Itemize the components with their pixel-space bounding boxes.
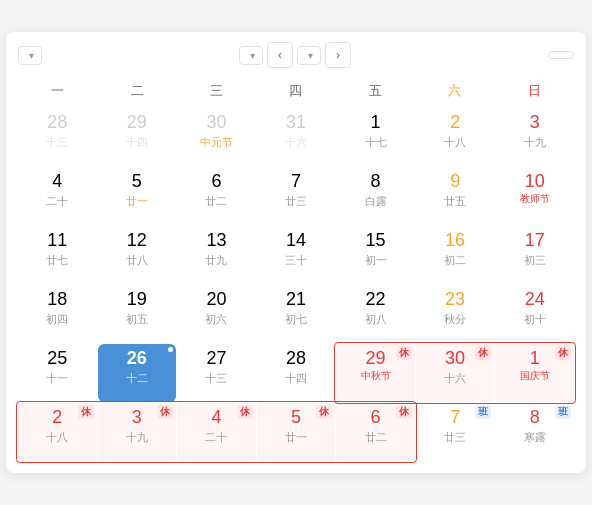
- day-number: 27: [206, 348, 226, 370]
- day-lunar: 二十: [205, 430, 227, 445]
- day-number: 5: [132, 171, 142, 193]
- day-number: 2: [450, 112, 460, 134]
- day-cell[interactable]: 1十七: [336, 108, 415, 166]
- day-cell[interactable]: 25十一: [18, 344, 97, 402]
- day-cell[interactable]: 9廿五: [416, 167, 495, 225]
- day-cell[interactable]: 27十三: [177, 344, 256, 402]
- day-number: 14: [286, 230, 306, 252]
- day-cell[interactable]: 26十二: [98, 344, 177, 402]
- day-cell[interactable]: 7廿三: [257, 167, 336, 225]
- day-number: 22: [366, 289, 386, 311]
- day-cell[interactable]: 休4二十: [177, 403, 256, 461]
- day-cell[interactable]: 31十六: [257, 108, 336, 166]
- day-cell[interactable]: 19初五: [98, 285, 177, 343]
- day-cell[interactable]: 休29中秋节中秋节: [336, 344, 415, 402]
- day-number: 5: [291, 407, 301, 429]
- day-cell[interactable]: 28十四: [257, 344, 336, 402]
- day-number: 28: [47, 112, 67, 134]
- day-number: 25: [47, 348, 67, 370]
- day-cell[interactable]: 20初六: [177, 285, 256, 343]
- day-cell[interactable]: 5廿一: [98, 167, 177, 225]
- day-lunar: 廿二: [365, 430, 387, 445]
- day-cell[interactable]: 22初八: [336, 285, 415, 343]
- next-month-button[interactable]: ›: [325, 42, 351, 68]
- holiday-chevron: ▾: [29, 50, 34, 61]
- day-lunar: 初七: [285, 312, 307, 327]
- day-number: 23: [445, 289, 465, 311]
- day-number: 2: [52, 407, 62, 429]
- day-number: 3: [530, 112, 540, 134]
- day-badge: 休: [78, 405, 94, 419]
- day-cell[interactable]: 2十八: [416, 108, 495, 166]
- day-cell[interactable]: 休30十六: [416, 344, 495, 402]
- day-number: 13: [206, 230, 226, 252]
- day-number: 11: [47, 230, 67, 252]
- day-cell[interactable]: 16初二: [416, 226, 495, 284]
- day-cell[interactable]: 24初十: [495, 285, 574, 343]
- day-cell[interactable]: 班8寒露: [495, 403, 574, 461]
- day-cell[interactable]: 23秋分: [416, 285, 495, 343]
- day-lunar: 十三: [46, 135, 68, 150]
- day-lunar: 初八: [365, 312, 387, 327]
- day-cell[interactable]: 11廿七: [18, 226, 97, 284]
- holiday-select[interactable]: ▾: [18, 46, 42, 65]
- day-number: 9: [450, 171, 460, 193]
- day-lunar: 廿九: [205, 253, 227, 268]
- day-number: 15: [366, 230, 386, 252]
- day-lunar: 十八: [46, 430, 68, 445]
- day-cell[interactable]: 15初一: [336, 226, 415, 284]
- header-left: ▾: [18, 46, 42, 65]
- day-cell[interactable]: 3十九: [495, 108, 574, 166]
- day-cell[interactable]: 休5廿一: [257, 403, 336, 461]
- day-lunar: 十七: [365, 135, 387, 150]
- day-number: 4: [211, 407, 221, 429]
- day-cell[interactable]: 14三十: [257, 226, 336, 284]
- day-badge: 休: [555, 346, 571, 360]
- day-cell[interactable]: 10教师节教师节: [495, 167, 574, 225]
- day-cell[interactable]: 8白露: [336, 167, 415, 225]
- month-select[interactable]: ▾: [297, 46, 321, 65]
- prev-month-button[interactable]: ‹: [267, 42, 293, 68]
- day-cell[interactable]: 17初三: [495, 226, 574, 284]
- today-button[interactable]: [548, 51, 574, 59]
- day-number: 29: [366, 348, 386, 370]
- day-badge: 班: [555, 405, 571, 419]
- day-lunar: 初一: [365, 253, 387, 268]
- weekday-mon: 一: [18, 78, 97, 104]
- day-cell[interactable]: 6廿二: [177, 167, 256, 225]
- day-cell[interactable]: 29十四: [98, 108, 177, 166]
- day-cell[interactable]: 休3十九: [98, 403, 177, 461]
- day-cell[interactable]: 18初四: [18, 285, 97, 343]
- month-chevron: ▾: [308, 50, 313, 61]
- day-lunar: 廿七: [46, 253, 68, 268]
- day-number: 12: [127, 230, 147, 252]
- day-cell[interactable]: 休2十八: [18, 403, 97, 461]
- day-cell[interactable]: 12廿八: [98, 226, 177, 284]
- day-number: 4: [52, 171, 62, 193]
- day-cell[interactable]: 班7廿三: [416, 403, 495, 461]
- day-cell[interactable]: 13廿九: [177, 226, 256, 284]
- day-number: 24: [525, 289, 545, 311]
- day-cell[interactable]: 28十三: [18, 108, 97, 166]
- day-lunar: 廿一: [285, 430, 307, 445]
- day-cell[interactable]: 休1国庆节国庆节: [495, 344, 574, 402]
- weekday-fri: 五: [336, 78, 415, 104]
- day-number: 1: [530, 348, 540, 370]
- day-number: 3: [132, 407, 142, 429]
- day-cell[interactable]: 30中元节: [177, 108, 256, 166]
- year-chevron: ▾: [250, 50, 255, 61]
- day-cell[interactable]: 21初七: [257, 285, 336, 343]
- weekday-wed: 三: [177, 78, 256, 104]
- day-lunar: 廿五: [444, 194, 466, 209]
- day-cell[interactable]: 4二十: [18, 167, 97, 225]
- day-cell[interactable]: 休6廿二: [336, 403, 415, 461]
- day-badge: 休: [157, 405, 173, 419]
- day-number: 31: [286, 112, 306, 134]
- day-number: 19: [127, 289, 147, 311]
- day-number: 1: [371, 112, 381, 134]
- day-badge: 休: [475, 346, 491, 360]
- day-number: 20: [206, 289, 226, 311]
- weekday-sat: 六: [415, 78, 494, 104]
- day-number: 6: [371, 407, 381, 429]
- year-select[interactable]: ▾: [239, 46, 263, 65]
